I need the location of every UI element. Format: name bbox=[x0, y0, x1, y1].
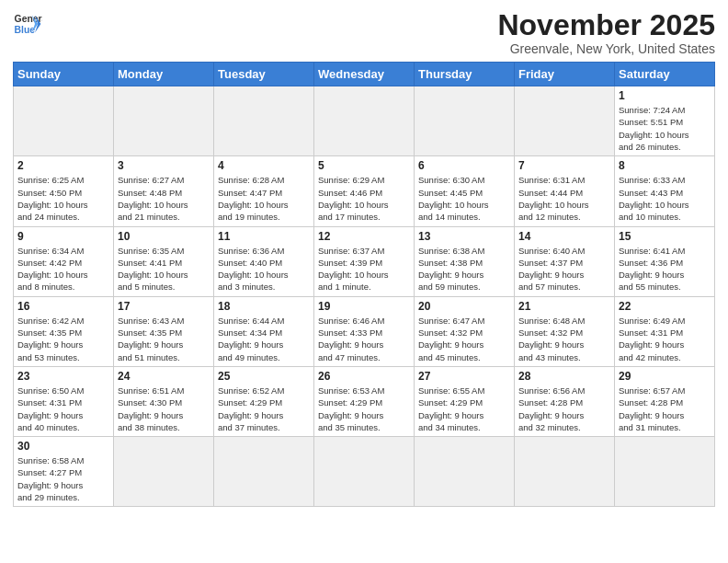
day-info: Sunrise: 7:24 AM Sunset: 5:51 PM Dayligh… bbox=[619, 104, 711, 153]
day-info: Sunrise: 6:56 AM Sunset: 4:28 PM Dayligh… bbox=[518, 385, 610, 433]
page: General Blue November 2025 Greenvale, Ne… bbox=[0, 0, 728, 563]
calendar-table: Sunday Monday Tuesday Wednesday Thursday… bbox=[13, 62, 715, 507]
table-row: 1Sunrise: 7:24 AM Sunset: 5:51 PM Daylig… bbox=[615, 86, 715, 156]
generalblue-logo-icon: General Blue bbox=[13, 9, 42, 39]
header: General Blue November 2025 Greenvale, Ne… bbox=[13, 9, 715, 56]
day-info: Sunrise: 6:28 AM Sunset: 4:47 PM Dayligh… bbox=[218, 174, 310, 223]
day-number: 9 bbox=[17, 230, 109, 243]
table-row bbox=[214, 86, 314, 156]
calendar-week-row: 16Sunrise: 6:42 AM Sunset: 4:35 PM Dayli… bbox=[14, 296, 715, 366]
table-row bbox=[515, 437, 615, 507]
calendar-week-row: 30Sunrise: 6:58 AM Sunset: 4:27 PM Dayli… bbox=[14, 437, 715, 507]
day-number: 17 bbox=[118, 300, 210, 313]
day-info: Sunrise: 6:34 AM Sunset: 4:42 PM Dayligh… bbox=[17, 245, 109, 293]
table-row: 12Sunrise: 6:37 AM Sunset: 4:39 PM Dayli… bbox=[314, 226, 415, 296]
table-row: 13Sunrise: 6:38 AM Sunset: 4:38 PM Dayli… bbox=[415, 226, 515, 296]
day-number: 10 bbox=[118, 230, 210, 243]
table-row: 17Sunrise: 6:43 AM Sunset: 4:35 PM Dayli… bbox=[114, 296, 214, 366]
day-info: Sunrise: 6:37 AM Sunset: 4:39 PM Dayligh… bbox=[318, 245, 410, 293]
day-info: Sunrise: 6:29 AM Sunset: 4:46 PM Dayligh… bbox=[318, 174, 410, 223]
svg-text:Blue: Blue bbox=[15, 25, 36, 35]
table-row bbox=[314, 437, 415, 507]
calendar-header-row: Sunday Monday Tuesday Wednesday Thursday… bbox=[14, 63, 715, 86]
day-number: 20 bbox=[418, 300, 510, 313]
table-row: 22Sunrise: 6:49 AM Sunset: 4:31 PM Dayli… bbox=[615, 296, 715, 366]
day-number: 29 bbox=[619, 370, 711, 383]
table-row bbox=[114, 437, 214, 507]
day-info: Sunrise: 6:48 AM Sunset: 4:32 PM Dayligh… bbox=[518, 315, 610, 363]
col-tuesday: Tuesday bbox=[214, 63, 314, 86]
day-info: Sunrise: 6:27 AM Sunset: 4:48 PM Dayligh… bbox=[118, 174, 210, 223]
day-number: 5 bbox=[318, 159, 410, 172]
table-row: 27Sunrise: 6:55 AM Sunset: 4:29 PM Dayli… bbox=[415, 366, 515, 436]
day-number: 19 bbox=[318, 300, 410, 313]
day-number: 15 bbox=[619, 230, 711, 243]
table-row bbox=[114, 86, 214, 156]
table-row: 8Sunrise: 6:33 AM Sunset: 4:43 PM Daylig… bbox=[615, 156, 715, 226]
day-number: 11 bbox=[218, 230, 310, 243]
day-info: Sunrise: 6:47 AM Sunset: 4:32 PM Dayligh… bbox=[418, 315, 510, 363]
table-row: 23Sunrise: 6:50 AM Sunset: 4:31 PM Dayli… bbox=[14, 366, 114, 436]
table-row: 16Sunrise: 6:42 AM Sunset: 4:35 PM Dayli… bbox=[14, 296, 114, 366]
day-info: Sunrise: 6:40 AM Sunset: 4:37 PM Dayligh… bbox=[518, 245, 610, 293]
day-number: 22 bbox=[619, 300, 711, 313]
table-row: 3Sunrise: 6:27 AM Sunset: 4:48 PM Daylig… bbox=[114, 156, 214, 226]
day-number: 8 bbox=[619, 159, 711, 172]
day-number: 4 bbox=[218, 159, 310, 172]
day-info: Sunrise: 6:31 AM Sunset: 4:44 PM Dayligh… bbox=[518, 174, 610, 223]
table-row bbox=[515, 86, 615, 156]
table-row: 30Sunrise: 6:58 AM Sunset: 4:27 PM Dayli… bbox=[14, 437, 114, 507]
day-number: 12 bbox=[318, 230, 410, 243]
table-row: 5Sunrise: 6:29 AM Sunset: 4:46 PM Daylig… bbox=[314, 156, 415, 226]
day-number: 2 bbox=[17, 159, 109, 172]
day-number: 24 bbox=[118, 370, 210, 383]
day-number: 25 bbox=[218, 370, 310, 383]
col-saturday: Saturday bbox=[615, 63, 715, 86]
table-row: 21Sunrise: 6:48 AM Sunset: 4:32 PM Dayli… bbox=[515, 296, 615, 366]
col-sunday: Sunday bbox=[14, 63, 114, 86]
table-row: 24Sunrise: 6:51 AM Sunset: 4:30 PM Dayli… bbox=[114, 366, 214, 436]
day-info: Sunrise: 6:42 AM Sunset: 4:35 PM Dayligh… bbox=[17, 315, 109, 363]
day-number: 26 bbox=[318, 370, 410, 383]
table-row: 15Sunrise: 6:41 AM Sunset: 4:36 PM Dayli… bbox=[615, 226, 715, 296]
day-number: 18 bbox=[218, 300, 310, 313]
day-number: 28 bbox=[518, 370, 610, 383]
day-info: Sunrise: 6:25 AM Sunset: 4:50 PM Dayligh… bbox=[17, 174, 109, 223]
logo: General Blue bbox=[13, 9, 42, 39]
table-row: 19Sunrise: 6:46 AM Sunset: 4:33 PM Dayli… bbox=[314, 296, 415, 366]
table-row: 14Sunrise: 6:40 AM Sunset: 4:37 PM Dayli… bbox=[515, 226, 615, 296]
day-info: Sunrise: 6:43 AM Sunset: 4:35 PM Dayligh… bbox=[118, 315, 210, 363]
calendar-week-row: 9Sunrise: 6:34 AM Sunset: 4:42 PM Daylig… bbox=[14, 226, 715, 296]
table-row: 6Sunrise: 6:30 AM Sunset: 4:45 PM Daylig… bbox=[415, 156, 515, 226]
day-info: Sunrise: 6:44 AM Sunset: 4:34 PM Dayligh… bbox=[218, 315, 310, 363]
day-info: Sunrise: 6:58 AM Sunset: 4:27 PM Dayligh… bbox=[17, 454, 109, 503]
day-number: 30 bbox=[17, 440, 109, 453]
table-row: 26Sunrise: 6:53 AM Sunset: 4:29 PM Dayli… bbox=[314, 366, 415, 436]
day-number: 6 bbox=[418, 159, 510, 172]
day-info: Sunrise: 6:57 AM Sunset: 4:28 PM Dayligh… bbox=[619, 385, 711, 433]
table-row: 4Sunrise: 6:28 AM Sunset: 4:47 PM Daylig… bbox=[214, 156, 314, 226]
calendar-week-row: 2Sunrise: 6:25 AM Sunset: 4:50 PM Daylig… bbox=[14, 156, 715, 226]
calendar-week-row: 23Sunrise: 6:50 AM Sunset: 4:31 PM Dayli… bbox=[14, 366, 715, 436]
day-info: Sunrise: 6:30 AM Sunset: 4:45 PM Dayligh… bbox=[418, 174, 510, 223]
table-row: 20Sunrise: 6:47 AM Sunset: 4:32 PM Dayli… bbox=[415, 296, 515, 366]
calendar-week-row: 1Sunrise: 7:24 AM Sunset: 5:51 PM Daylig… bbox=[14, 86, 715, 156]
table-row: 28Sunrise: 6:56 AM Sunset: 4:28 PM Dayli… bbox=[515, 366, 615, 436]
day-info: Sunrise: 6:46 AM Sunset: 4:33 PM Dayligh… bbox=[318, 315, 410, 363]
day-info: Sunrise: 6:53 AM Sunset: 4:29 PM Dayligh… bbox=[318, 385, 410, 433]
table-row bbox=[14, 86, 114, 156]
day-number: 3 bbox=[118, 159, 210, 172]
table-row: 2Sunrise: 6:25 AM Sunset: 4:50 PM Daylig… bbox=[14, 156, 114, 226]
day-info: Sunrise: 6:52 AM Sunset: 4:29 PM Dayligh… bbox=[218, 385, 310, 433]
col-thursday: Thursday bbox=[415, 63, 515, 86]
table-row: 25Sunrise: 6:52 AM Sunset: 4:29 PM Dayli… bbox=[214, 366, 314, 436]
table-row bbox=[415, 437, 515, 507]
table-row bbox=[314, 86, 415, 156]
table-row: 10Sunrise: 6:35 AM Sunset: 4:41 PM Dayli… bbox=[114, 226, 214, 296]
table-row: 18Sunrise: 6:44 AM Sunset: 4:34 PM Dayli… bbox=[214, 296, 314, 366]
day-number: 7 bbox=[518, 159, 610, 172]
table-row bbox=[615, 437, 715, 507]
day-info: Sunrise: 6:38 AM Sunset: 4:38 PM Dayligh… bbox=[418, 245, 510, 293]
day-info: Sunrise: 6:50 AM Sunset: 4:31 PM Dayligh… bbox=[17, 385, 109, 433]
month-title: November 2025 bbox=[497, 9, 715, 41]
